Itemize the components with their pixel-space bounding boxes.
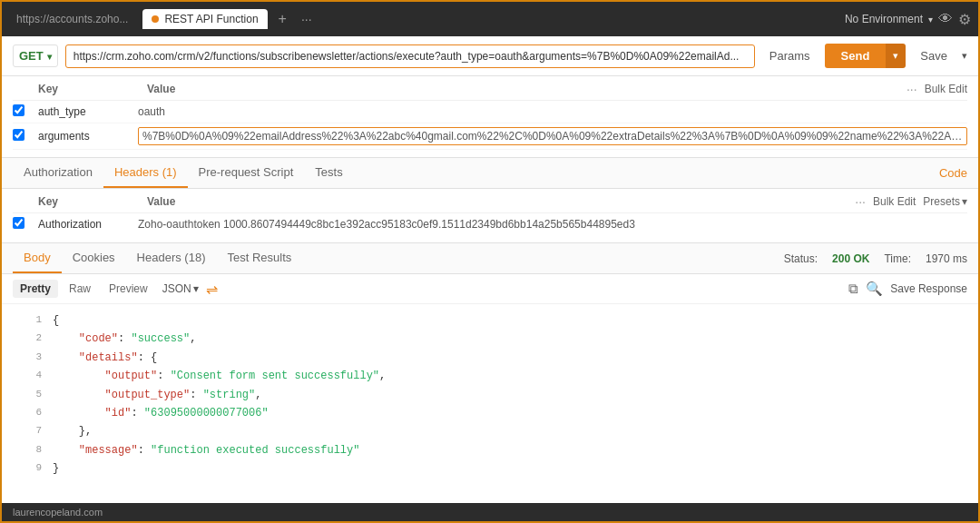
time-label: Time:: [884, 252, 911, 265]
code-content-4: "output": "Consent form sent successfull…: [53, 367, 386, 385]
tab-tests[interactable]: Tests: [304, 158, 353, 188]
save-button[interactable]: Save: [913, 45, 955, 66]
status-label: Status:: [784, 252, 818, 265]
add-tab-button[interactable]: +: [275, 11, 290, 27]
code-content-9: }: [53, 459, 59, 478]
send-btn-group: Send ▾: [825, 44, 906, 68]
response-tabs-bar: Body Cookies Headers (18) Test Results S…: [2, 243, 978, 274]
tab-dot-orange: [152, 15, 159, 23]
headers-header: Key Value ··· Bulk Edit Presets ▾: [13, 189, 967, 213]
json-format-selector[interactable]: JSON ▾: [162, 282, 199, 295]
search-icon[interactable]: 🔍: [866, 281, 883, 297]
headers-bulk-edit-button[interactable]: Bulk Edit: [873, 195, 916, 208]
line-num-1: 1: [16, 311, 42, 330]
headers-value-col-header: Value: [147, 195, 855, 208]
line-num-7: 7: [16, 422, 42, 440]
method-chevron-icon: [47, 49, 52, 63]
tab-authorization[interactable]: Authorization: [13, 158, 103, 188]
active-tab-label: REST API Function: [164, 13, 258, 25]
response-status-bar: Status: 200 OK Time: 1970 ms: [784, 252, 967, 265]
status-value: 200 OK: [832, 252, 869, 265]
line-num-5: 5: [16, 386, 42, 404]
code-line-6: 6 "id": "63095000000077006": [16, 404, 964, 422]
resp-tab-body[interactable]: Body: [13, 243, 62, 273]
resp-tab-cookies[interactable]: Cookies: [62, 243, 126, 273]
resp-format-preview[interactable]: Preview: [102, 280, 155, 298]
code-content-6: "id": "63095000000077006": [53, 404, 269, 422]
code-content-5: "output_type": "string",: [53, 386, 261, 404]
line-num-6: 6: [16, 404, 42, 422]
resp-tab-testresults[interactable]: Test Results: [216, 243, 302, 273]
presets-label: Presets: [923, 195, 960, 208]
footer-bar: laurencopeland.com: [2, 503, 978, 521]
environment-selector[interactable]: No Environment 👁 ⚙: [845, 11, 971, 28]
json-format-label: JSON: [162, 282, 191, 295]
code-line-7: 7 },: [16, 422, 964, 440]
params-section: Key Value ··· Bulk Edit auth_type oauth …: [2, 76, 978, 158]
presets-chevron-icon: ▾: [962, 195, 967, 208]
method-selector[interactable]: GET: [13, 44, 58, 67]
resp-format-raw[interactable]: Raw: [62, 280, 98, 298]
copy-icon[interactable]: ⧉: [848, 281, 858, 297]
code-line-9: 9 }: [16, 459, 964, 478]
url-input[interactable]: [65, 44, 755, 68]
code-line-5: 5 "output_type": "string",: [16, 386, 964, 404]
headers-row-auth: Authorization Zoho-oauthtoken 1000.86074…: [13, 213, 967, 235]
settings-icon[interactable]: ⚙: [958, 11, 971, 28]
headers-more-button[interactable]: ···: [855, 194, 866, 209]
headers-row1-value: Zoho-oauthtoken 1000.8607494449c8bc1e392…: [138, 218, 967, 231]
response-toolbar: Pretty Raw Preview JSON ▾ ⇌ ⧉ 🔍 Save Res…: [2, 274, 978, 304]
response-body: Pretty Raw Preview JSON ▾ ⇌ ⧉ 🔍 Save Res…: [2, 274, 978, 503]
params-value-col-header: Value: [147, 83, 906, 95]
params-header: Key Value ··· Bulk Edit: [13, 76, 967, 101]
line-num-4: 4: [16, 367, 42, 385]
code-line-4: 4 "output": "Consent form sent successfu…: [16, 367, 964, 385]
method-label: GET: [19, 49, 44, 63]
line-num-8: 8: [16, 441, 42, 459]
params-key-col-header: Key: [38, 83, 147, 95]
code-link[interactable]: Code: [939, 166, 967, 180]
code-line-1: 1 {: [16, 311, 964, 330]
env-chevron-icon: [928, 13, 933, 25]
send-button[interactable]: Send: [825, 44, 887, 68]
params-row-auth-type: auth_type oauth: [13, 101, 967, 123]
footer-text: laurencopeland.com: [13, 507, 103, 518]
headers-row1-key: Authorization: [38, 218, 138, 231]
eye-icon[interactable]: 👁: [938, 11, 953, 27]
code-content-2: "code": "success",: [53, 330, 196, 348]
headers-key-col-header: Key: [38, 195, 147, 208]
params-row1-key: auth_type: [38, 105, 138, 118]
headers-section: Key Value ··· Bulk Edit Presets ▾ Author…: [2, 189, 978, 243]
code-content-1: {: [53, 311, 59, 330]
save-chevron-button[interactable]: ▾: [962, 50, 967, 62]
code-content-8: "message": "function executed successful…: [53, 441, 359, 459]
params-row-arguments: arguments %7B%0D%0A%09%22emailAddress%22…: [13, 123, 967, 150]
more-tabs-button[interactable]: ···: [298, 12, 316, 26]
params-row1-checkbox[interactable]: [13, 104, 38, 119]
tab-headers[interactable]: Headers (1): [103, 158, 188, 188]
url-bar-section: GET Params Send ▾ Save ▾: [2, 36, 978, 76]
line-num-2: 2: [16, 330, 42, 348]
params-row2-key: arguments: [38, 130, 138, 143]
params-row1-value: oauth: [138, 105, 967, 118]
wrap-icon[interactable]: ⇌: [206, 281, 218, 298]
response-code-area: 1 { 2 "code": "success", 3 "details": { …: [2, 304, 978, 503]
send-chevron-button[interactable]: ▾: [886, 44, 906, 68]
line-num-9: 9: [16, 459, 42, 478]
tab-prerequest[interactable]: Pre-request Script: [188, 158, 305, 188]
params-bulk-edit-button[interactable]: Bulk Edit: [925, 83, 967, 95]
params-button[interactable]: Params: [762, 45, 818, 66]
code-line-3: 3 "details": {: [16, 349, 964, 367]
headers-row1-checkbox[interactable]: [13, 217, 38, 232]
resp-tab-headers[interactable]: Headers (18): [126, 243, 217, 273]
active-tab[interactable]: REST API Function: [142, 9, 267, 29]
line-num-3: 3: [16, 349, 42, 367]
resp-format-pretty[interactable]: Pretty: [13, 280, 58, 298]
resp-actions: ⧉ 🔍 Save Response: [848, 281, 967, 297]
headers-presets-button[interactable]: Presets ▾: [923, 195, 967, 208]
env-label: No Environment: [845, 13, 923, 25]
params-row2-checkbox[interactable]: [13, 129, 38, 143]
params-more-button[interactable]: ···: [906, 82, 917, 96]
save-response-button[interactable]: Save Response: [890, 282, 967, 295]
code-line-2: 2 "code": "success",: [16, 330, 964, 348]
